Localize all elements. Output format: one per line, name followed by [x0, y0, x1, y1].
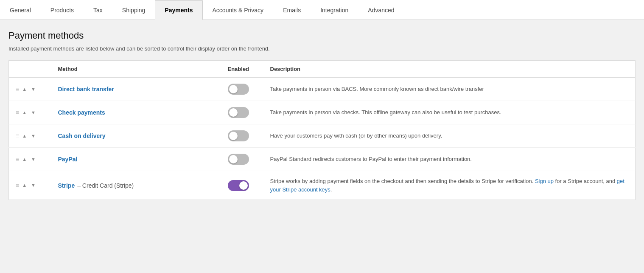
tab-products[interactable]: Products [41, 0, 84, 20]
drag-handle-icon[interactable]: ≡ [16, 132, 19, 139]
move-up-button[interactable]: ▲ [21, 133, 28, 139]
drag-handle-icon[interactable]: ≡ [16, 156, 19, 163]
account-keys-link[interactable]: get your Stripe account keys [270, 178, 624, 193]
description-text: Take payments in person via BACS. More c… [270, 86, 484, 92]
table-row: ≡ ▲ ▼ Stripe – Credit Card (Stripe)Strip… [9, 171, 636, 200]
toggle-slider [228, 84, 249, 95]
toggle-slider [228, 180, 249, 191]
description-cell: Have your customers pay with cash (or by… [263, 124, 636, 148]
tab-payments[interactable]: Payments [155, 0, 202, 20]
col-header-description: Description [263, 61, 636, 78]
enabled-cell [221, 78, 263, 101]
method-cell: Direct bank transfer [51, 78, 221, 101]
method-link[interactable]: Direct bank transfer [58, 86, 114, 93]
table-row: ≡ ▲ ▼ Direct bank transferTake payments … [9, 78, 636, 101]
col-header-enabled: Enabled [221, 61, 263, 78]
description-text: Have your customers pay with cash (or by… [270, 132, 442, 139]
toggle-switch[interactable] [228, 154, 249, 165]
content: Payment methods Installed payment method… [0, 20, 644, 210]
move-down-button[interactable]: ▼ [30, 86, 37, 93]
payment-methods-table: Method Enabled Description ≡ ▲ ▼ Direct … [8, 60, 636, 200]
signup-link[interactable]: Sign up [535, 178, 554, 184]
sort-controls: ≡ ▲ ▼ [16, 182, 45, 189]
description-cell: Stripe works by adding payment fields on… [263, 171, 636, 200]
table-row: ≡ ▲ ▼ Check paymentsTake payments in per… [9, 101, 636, 124]
col-header-method: Method [51, 61, 221, 78]
move-down-button[interactable]: ▼ [30, 133, 37, 139]
col-header-sort [9, 61, 51, 78]
method-cell: Check payments [51, 101, 221, 124]
tab-shipping[interactable]: Shipping [112, 0, 155, 20]
tabs-bar: GeneralProductsTaxShippingPaymentsAccoun… [0, 0, 644, 20]
description-text: PayPal Standard redirects customers to P… [270, 156, 472, 162]
move-down-button[interactable]: ▼ [30, 156, 37, 163]
page-subtitle: Installed payment methods are listed bel… [8, 45, 636, 52]
toggle-switch[interactable] [228, 130, 249, 141]
toggle-slider [228, 154, 249, 165]
method-suffix: – Credit Card (Stripe) [77, 182, 134, 189]
drag-handle-icon[interactable]: ≡ [16, 109, 19, 116]
description-cell: Take payments in person via checks. This… [263, 101, 636, 124]
toggle-slider [228, 130, 249, 141]
tab-accounts-privacy[interactable]: Accounts & Privacy [203, 0, 274, 20]
sort-controls: ≡ ▲ ▼ [16, 109, 45, 116]
method-link[interactable]: Stripe [58, 182, 75, 189]
toggle-switch[interactable] [228, 180, 249, 191]
move-down-button[interactable]: ▼ [30, 182, 37, 189]
toggle-slider [228, 107, 249, 118]
method-link[interactable]: PayPal [58, 156, 78, 163]
enabled-cell [221, 101, 263, 124]
tab-general[interactable]: General [0, 0, 41, 20]
method-link[interactable]: Check payments [58, 109, 105, 116]
drag-handle-icon[interactable]: ≡ [16, 86, 19, 93]
move-up-button[interactable]: ▲ [21, 86, 28, 93]
sort-controls: ≡ ▲ ▼ [16, 156, 45, 163]
toggle-switch[interactable] [228, 84, 249, 95]
move-up-button[interactable]: ▲ [21, 156, 28, 163]
tab-advanced[interactable]: Advanced [358, 0, 404, 20]
move-up-button[interactable]: ▲ [21, 182, 28, 189]
tab-emails[interactable]: Emails [273, 0, 311, 20]
description-cell: Take payments in person via BACS. More c… [263, 78, 636, 101]
method-cell: Cash on delivery [51, 124, 221, 148]
description-text: Take payments in person via checks. This… [270, 109, 501, 115]
move-down-button[interactable]: ▼ [30, 110, 37, 116]
description-text: Stripe works by adding payment fields on… [270, 178, 624, 193]
enabled-cell [221, 171, 263, 200]
sort-controls: ≡ ▲ ▼ [16, 132, 45, 139]
table-row: ≡ ▲ ▼ PayPalPayPal Standard redirects cu… [9, 148, 636, 171]
sort-controls: ≡ ▲ ▼ [16, 86, 45, 93]
enabled-cell [221, 124, 263, 148]
method-link[interactable]: Cash on delivery [58, 132, 106, 139]
table-row: ≡ ▲ ▼ Cash on deliveryHave your customer… [9, 124, 636, 148]
toggle-switch[interactable] [228, 107, 249, 118]
method-cell: PayPal [51, 148, 221, 171]
page-title: Payment methods [8, 30, 636, 41]
enabled-cell [221, 148, 263, 171]
tab-tax[interactable]: Tax [84, 0, 112, 20]
tab-integration[interactable]: Integration [311, 0, 358, 20]
method-cell: Stripe – Credit Card (Stripe) [51, 171, 221, 200]
move-up-button[interactable]: ▲ [21, 110, 28, 116]
drag-handle-icon[interactable]: ≡ [16, 182, 19, 189]
description-cell: PayPal Standard redirects customers to P… [263, 148, 636, 171]
